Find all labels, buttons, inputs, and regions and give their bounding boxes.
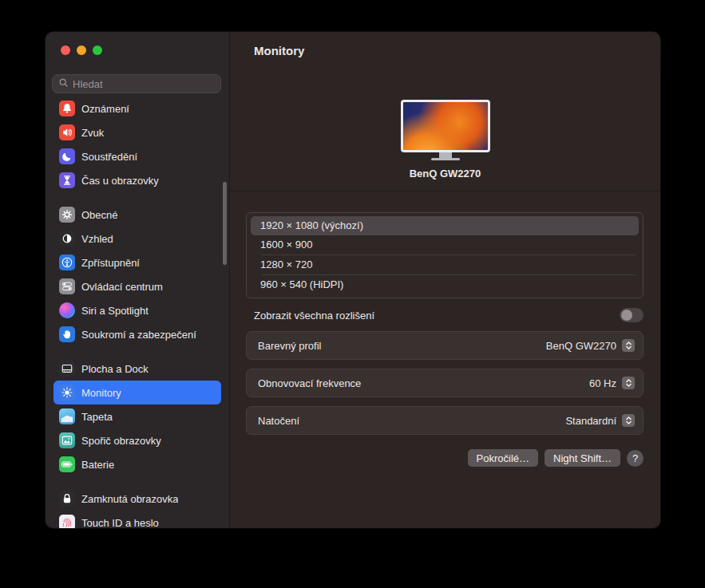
sidebar-item-monitory[interactable]: Monitory bbox=[53, 381, 221, 404]
rotation-value: Standardní bbox=[565, 415, 616, 427]
sidebar-item-label: Tapeta bbox=[81, 411, 113, 423]
show-all-resolutions-row: Zobrazit všechna rozlišení bbox=[246, 308, 644, 322]
search-input[interactable] bbox=[73, 78, 215, 90]
sidebar-item-label: Čas u obrazovky bbox=[81, 175, 159, 187]
moon-icon bbox=[59, 148, 75, 164]
sidebar-item-plocha-a-dock[interactable]: Plocha a Dock bbox=[53, 357, 221, 381]
resolution-list: 1920 × 1080 (výchozí) 1600 × 900 1280 × … bbox=[246, 212, 644, 298]
sidebar-item-zpristupneni[interactable]: Zpřístupnění bbox=[53, 251, 221, 274]
sidebar-item-label: Obecné bbox=[81, 209, 118, 221]
sidebar-group: Zamknutá obrazovka Touch ID a heslo bbox=[53, 487, 221, 528]
refresh-rate-value: 60 Hz bbox=[589, 377, 616, 389]
display-stand bbox=[439, 152, 452, 158]
hourglass-icon bbox=[59, 172, 75, 188]
stepper-icon bbox=[622, 414, 635, 427]
sidebar-item-label: Monitory bbox=[81, 387, 121, 399]
sidebar-item-label: Soukromí a zabezpečení bbox=[81, 329, 196, 341]
color-profile-popup[interactable]: BenQ GW2270 bbox=[546, 339, 635, 352]
sidebar-item-tapeta[interactable]: Tapeta bbox=[53, 404, 221, 428]
display-brightness-icon bbox=[59, 385, 75, 401]
stepper-icon bbox=[622, 339, 635, 352]
sidebar-item-vzhled[interactable]: Vzhled bbox=[53, 227, 221, 251]
display-preview: BenQ GW2270 bbox=[230, 100, 660, 180]
sidebar-group: Plocha a Dock Monitory Tapeta bbox=[53, 357, 221, 476]
toggle-knob bbox=[621, 310, 632, 321]
refresh-rate-popup[interactable]: 60 Hz bbox=[589, 377, 635, 389]
sidebar-item-soukromi-a-zabezpeceni[interactable]: Soukromí a zabezpečení bbox=[53, 322, 221, 346]
system-settings-window: Oznámení Zvuk Soustředění bbox=[46, 32, 660, 528]
search-field[interactable] bbox=[52, 74, 221, 93]
night-shift-button[interactable]: Night Shift… bbox=[545, 449, 620, 467]
stepper-icon bbox=[622, 377, 635, 389]
resolution-option[interactable]: 1920 × 1080 (výchozí) bbox=[251, 216, 639, 235]
sidebar-item-label: Zpřístupnění bbox=[81, 257, 140, 269]
sidebar-item-oznameni[interactable]: Oznámení bbox=[53, 97, 221, 120]
sidebar-item-label: Zvuk bbox=[81, 127, 104, 139]
sidebar-item-label: Vzhled bbox=[81, 233, 113, 245]
dock-icon bbox=[59, 361, 75, 377]
lock-icon bbox=[59, 491, 75, 507]
sidebar-scrollbar[interactable] bbox=[223, 182, 227, 265]
sidebar-item-label: Touch ID a heslo bbox=[81, 517, 159, 529]
sidebar-item-label: Zamknutá obrazovka bbox=[81, 493, 178, 505]
sidebar-item-label: Baterie bbox=[81, 459, 114, 471]
color-profile-row: Barevný profil BenQ GW2270 bbox=[246, 331, 644, 360]
screensaver-icon bbox=[59, 432, 75, 448]
refresh-rate-row: Obnovovací frekvence 60 Hz bbox=[246, 369, 644, 397]
gear-icon bbox=[59, 207, 75, 223]
fingerprint-icon bbox=[59, 515, 75, 528]
sidebar-nav: Oznámení Zvuk Soustředění bbox=[46, 95, 229, 528]
control-center-icon bbox=[59, 278, 75, 294]
main-panel: Monitory BenQ GW2270 1920 × 1080 (výchoz… bbox=[230, 32, 660, 528]
sidebar-item-label: Ovládací centrum bbox=[81, 281, 163, 293]
sidebar-item-soustredeni[interactable]: Soustředění bbox=[53, 144, 221, 168]
sidebar-group: Oznámení Zvuk Soustředění bbox=[53, 97, 221, 192]
sidebar: Oznámení Zvuk Soustředění bbox=[46, 32, 230, 528]
help-button[interactable]: ? bbox=[627, 450, 644, 467]
sidebar-item-baterie[interactable]: Baterie bbox=[53, 452, 221, 476]
battery-icon bbox=[59, 456, 75, 472]
sidebar-item-cas-u-obrazovky[interactable]: Čas u obrazovky bbox=[53, 168, 221, 192]
display-base bbox=[431, 158, 460, 160]
header-divider bbox=[230, 191, 660, 191]
sidebar-group: Obecné Vzhled Zpřístupnění bbox=[53, 203, 221, 346]
sidebar-item-label: Soustředění bbox=[81, 151, 137, 163]
footer-buttons: Pokročilé… Night Shift… ? bbox=[246, 449, 644, 467]
close-window-button[interactable] bbox=[61, 45, 70, 55]
wallpaper-icon bbox=[59, 408, 75, 424]
sidebar-item-zamknuta-obrazovka[interactable]: Zamknutá obrazovka bbox=[53, 487, 221, 511]
sidebar-item-sporic-obrazovky[interactable]: Spořič obrazovky bbox=[53, 428, 221, 452]
speaker-icon bbox=[59, 124, 75, 140]
display-screen-thumbnail bbox=[401, 100, 490, 152]
page-title: Monitory bbox=[230, 32, 660, 57]
color-profile-value: BenQ GW2270 bbox=[546, 340, 616, 352]
sidebar-item-label: Plocha a Dock bbox=[81, 363, 149, 375]
search-icon bbox=[58, 77, 69, 90]
siri-icon bbox=[59, 302, 75, 318]
display-settings: 1920 × 1080 (výchozí) 1600 × 900 1280 × … bbox=[230, 212, 660, 467]
rotation-popup[interactable]: Standardní bbox=[565, 414, 635, 427]
refresh-rate-label: Obnovovací frekvence bbox=[258, 377, 361, 389]
resolution-option[interactable]: 1280 × 720 bbox=[251, 255, 639, 274]
resolution-option[interactable]: 1600 × 900 bbox=[251, 235, 639, 255]
sidebar-item-zvuk[interactable]: Zvuk bbox=[53, 120, 221, 144]
rotation-label: Natočení bbox=[258, 415, 299, 427]
zoom-window-button[interactable] bbox=[93, 45, 102, 55]
resolution-option[interactable]: 960 × 540 (HiDPI) bbox=[251, 275, 639, 294]
show-all-resolutions-toggle[interactable] bbox=[620, 308, 644, 322]
sidebar-item-label: Oznámení bbox=[81, 103, 129, 115]
sidebar-item-ovladaci-centrum[interactable]: Ovládací centrum bbox=[53, 274, 221, 298]
bell-icon bbox=[59, 101, 75, 116]
window-controls bbox=[46, 32, 229, 55]
display-name: BenQ GW2270 bbox=[410, 168, 481, 180]
advanced-button[interactable]: Pokročilé… bbox=[468, 449, 538, 467]
hand-privacy-icon bbox=[59, 326, 75, 342]
sidebar-item-label: Siri a Spotlight bbox=[81, 305, 149, 317]
sidebar-item-siri-a-spotlight[interactable]: Siri a Spotlight bbox=[53, 298, 221, 322]
appearance-icon bbox=[59, 231, 75, 247]
minimize-window-button[interactable] bbox=[77, 45, 86, 55]
sidebar-item-obecne[interactable]: Obecné bbox=[53, 203, 221, 227]
rotation-row: Natočení Standardní bbox=[246, 406, 644, 435]
show-all-resolutions-label: Zobrazit všechna rozlišení bbox=[254, 310, 374, 322]
sidebar-item-touch-id-a-heslo[interactable]: Touch ID a heslo bbox=[53, 511, 221, 528]
